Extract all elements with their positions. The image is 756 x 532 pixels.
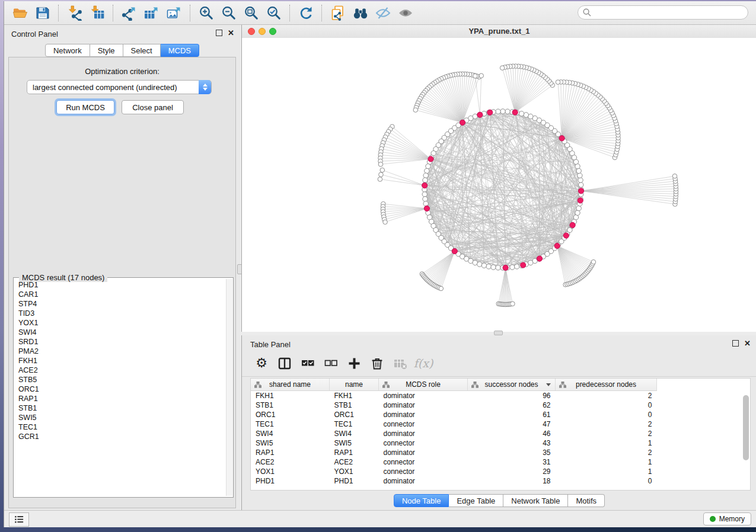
horizontal-splitter-grip[interactable] — [494, 331, 503, 335]
cell-MCDS-role[interactable]: dominator — [379, 391, 468, 401]
cell-predecessor-nodes[interactable]: 2 — [556, 448, 657, 457]
first-neighbors-button[interactable] — [349, 4, 372, 23]
tab-select[interactable]: Select — [123, 44, 161, 57]
open-folder-button[interactable] — [9, 4, 31, 23]
tab-edge-table[interactable]: Edge Table — [449, 494, 503, 507]
tab-network-table[interactable]: Network Table — [503, 494, 568, 507]
cell-MCDS-role[interactable]: dominator — [379, 448, 468, 457]
show-all-button[interactable] — [394, 4, 417, 23]
mcds-result-item[interactable]: FKH1 — [18, 356, 226, 366]
mcds-result-item[interactable]: STB1 — [18, 403, 226, 413]
column-header-name[interactable]: name — [330, 379, 379, 391]
cell-successor-nodes[interactable]: 46 — [468, 429, 556, 438]
mcds-result-item[interactable]: YOX1 — [18, 318, 226, 328]
search-input[interactable] — [578, 5, 748, 20]
table-row[interactable]: SWI5SWI5connector431 — [251, 438, 657, 448]
zoom-selected-button[interactable] — [263, 4, 285, 23]
cell-predecessor-nodes[interactable]: 2 — [556, 419, 657, 429]
cell-shared-name[interactable]: RAP1 — [251, 448, 330, 457]
import-table-button[interactable] — [86, 4, 109, 23]
zoom-out-button[interactable] — [218, 4, 240, 23]
table-row[interactable]: STB1STB1dominator620 — [251, 400, 657, 410]
cell-shared-name[interactable]: STB1 — [251, 400, 330, 410]
cell-predecessor-nodes[interactable]: 2 — [556, 429, 657, 438]
mcds-result-item[interactable]: SWI5 — [18, 413, 226, 422]
dropdown-spinner-icon[interactable] — [199, 80, 211, 94]
mcds-result-item[interactable]: TEC1 — [18, 422, 226, 432]
cell-name[interactable]: ORC1 — [330, 410, 379, 419]
table-row[interactable]: SWI4SWI4dominator462 — [251, 429, 657, 438]
export-image-button[interactable] — [163, 4, 186, 23]
column-header-MCDS-role[interactable]: MCDS role — [379, 379, 468, 391]
cell-name[interactable]: SWI5 — [330, 438, 379, 448]
cell-name[interactable]: FKH1 — [330, 391, 379, 401]
cell-shared-name[interactable]: ORC1 — [251, 410, 330, 419]
cell-MCDS-role[interactable]: dominator — [379, 410, 468, 419]
cell-predecessor-nodes[interactable]: 1 — [556, 438, 657, 448]
cell-successor-nodes[interactable]: 47 — [468, 419, 556, 429]
cell-name[interactable]: SWI4 — [330, 429, 379, 438]
cell-shared-name[interactable]: PHD1 — [251, 476, 330, 486]
table-row[interactable]: ACE2ACE2connector311 — [251, 457, 657, 467]
table-row[interactable]: FKH1FKH1dominator962 — [251, 391, 657, 401]
add-row-button[interactable] — [346, 355, 362, 371]
run-mcds-button[interactable]: Run MCDS — [56, 100, 114, 114]
mcds-result-item[interactable]: STB5 — [18, 375, 226, 384]
float-icon[interactable] — [216, 30, 222, 36]
mcds-result-item[interactable]: ACE2 — [18, 366, 226, 375]
delete-row-button[interactable] — [369, 355, 385, 371]
cell-MCDS-role[interactable]: dominator — [379, 429, 468, 438]
cell-successor-nodes[interactable]: 18 — [468, 476, 556, 486]
mcds-result-list[interactable]: PHD1CAR1STP4TID3YOX1SWI4SRD1PMA2FKH1ACE2… — [14, 280, 226, 496]
close-panel-button[interactable]: Close panel — [122, 100, 184, 114]
hide-selected-button[interactable] — [372, 4, 394, 23]
refresh-view-button[interactable] — [295, 4, 317, 23]
show-columns-button[interactable] — [277, 355, 292, 371]
cell-shared-name[interactable]: SWI5 — [251, 438, 330, 448]
column-header-shared-name[interactable]: shared name — [251, 379, 330, 391]
cell-name[interactable]: ACE2 — [330, 457, 379, 467]
cell-name[interactable]: TEC1 — [330, 419, 379, 429]
mcds-result-item[interactable]: ORC1 — [18, 384, 226, 394]
cell-MCDS-role[interactable]: connector — [379, 438, 468, 448]
panel-list-button[interactable] — [9, 512, 29, 527]
cell-predecessor-nodes[interactable]: 0 — [556, 410, 657, 419]
table-row[interactable]: RAP1RAP1dominator352 — [251, 448, 657, 457]
cell-successor-nodes[interactable]: 96 — [468, 391, 556, 401]
optimization-dropdown[interactable]: largest connected component (undirected) — [27, 80, 212, 94]
mcds-result-item[interactable]: PMA2 — [18, 347, 226, 356]
tab-network[interactable]: Network — [45, 44, 90, 57]
cell-name[interactable]: RAP1 — [330, 448, 379, 457]
select-all-checks-button[interactable] — [300, 355, 315, 371]
table-row[interactable]: PHD1PHD1dominator180 — [251, 476, 657, 486]
table-float-icon[interactable] — [732, 340, 739, 347]
tab-mcds[interactable]: MCDS — [161, 44, 199, 57]
cell-MCDS-role[interactable]: connector — [379, 419, 468, 429]
table-close-icon[interactable]: ✕ — [744, 341, 751, 346]
cell-MCDS-role[interactable]: dominator — [379, 400, 468, 410]
tab-motifs[interactable]: Motifs — [568, 494, 605, 507]
mcds-result-item[interactable]: SWI4 — [18, 328, 226, 337]
mcds-result-item[interactable]: SRD1 — [18, 337, 226, 347]
cell-shared-name[interactable]: ACE2 — [251, 457, 330, 467]
column-settings-gear-button[interactable]: ⚙ — [254, 355, 269, 371]
cell-successor-nodes[interactable]: 29 — [468, 467, 556, 476]
cell-MCDS-role[interactable]: dominator — [379, 476, 468, 486]
column-header-predecessor-nodes[interactable]: predecessor nodes — [556, 379, 657, 391]
cell-successor-nodes[interactable]: 43 — [468, 438, 556, 448]
cell-successor-nodes[interactable]: 31 — [468, 457, 556, 467]
import-network-button[interactable] — [63, 4, 86, 23]
cell-name[interactable]: PHD1 — [330, 476, 379, 486]
table-row[interactable]: ORC1ORC1dominator610 — [251, 410, 657, 419]
network-canvas[interactable] — [242, 38, 756, 332]
cell-shared-name[interactable]: TEC1 — [251, 419, 330, 429]
table-row[interactable]: YOX1YOX1connector291 — [251, 467, 657, 476]
duplicate-network-button[interactable] — [327, 4, 349, 23]
zoom-fit-button[interactable] — [240, 4, 263, 23]
export-table-button[interactable] — [141, 4, 163, 23]
cell-predecessor-nodes[interactable]: 0 — [556, 476, 657, 486]
cell-predecessor-nodes[interactable]: 0 — [556, 400, 657, 410]
mcds-result-item[interactable]: CAR1 — [18, 290, 226, 299]
mcds-result-item[interactable]: RAP1 — [18, 394, 226, 403]
cell-name[interactable]: STB1 — [330, 400, 379, 410]
